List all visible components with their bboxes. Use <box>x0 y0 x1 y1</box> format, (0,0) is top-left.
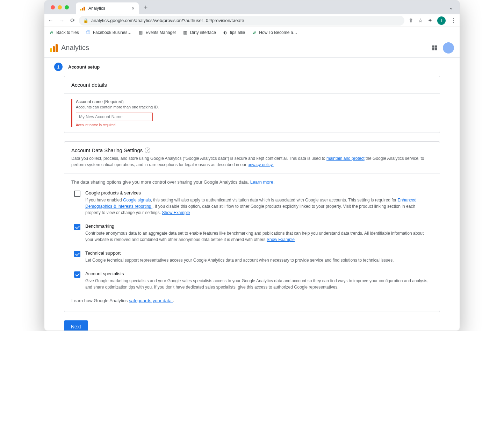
help-icon[interactable]: ? <box>145 148 150 153</box>
tab-bar: Analytics × + ⌄ <box>44 0 460 14</box>
tabs-dropdown-icon[interactable]: ⌄ <box>446 4 456 11</box>
option-account-specialists: Account specialists Give Google marketin… <box>71 271 433 290</box>
show-example-link[interactable]: Show Example <box>162 210 190 215</box>
option-description: Give Google marketing specialists and yo… <box>85 278 430 290</box>
url-field[interactable]: 🔒 analytics.google.com/analytics/web/pro… <box>79 16 404 26</box>
new-tab-button[interactable]: + <box>141 2 151 12</box>
back-icon[interactable]: ← <box>48 17 53 24</box>
privacy-policy-link[interactable]: privacy policy. <box>247 162 273 167</box>
option-description: If you have enabled Google signals, this… <box>85 197 430 216</box>
window-maximize[interactable] <box>65 5 69 9</box>
url-text: analytics.google.com/analytics/web/provi… <box>91 18 244 23</box>
bookmark-icon[interactable]: ☆ <box>418 17 423 24</box>
header-right <box>432 42 454 54</box>
option-google-products: Google products & services If you have e… <box>71 190 433 216</box>
menu-icon[interactable]: ⋮ <box>451 17 456 24</box>
google-signals-link[interactable]: Google signals <box>123 198 151 203</box>
app-name: Analytics <box>61 44 89 52</box>
app-header: Analytics <box>44 38 460 58</box>
show-example-link[interactable]: Show Example <box>267 237 295 242</box>
toolbar-right: ⇧ ☆ ✦ T ⋮ <box>409 16 456 25</box>
section-description: Data you collect, process, and store usi… <box>71 155 433 168</box>
bookmark-item[interactable]: wHow To Become a… <box>251 30 297 35</box>
option-title: Benchmarking <box>85 223 430 229</box>
learn-more-link[interactable]: Learn more. <box>250 179 275 185</box>
option-title: Google products & services <box>85 190 430 196</box>
nav-buttons: ← → ⟳ <box>48 17 75 24</box>
option-description: Let Google technical support representat… <box>85 257 430 263</box>
address-bar: ← → ⟳ 🔒 analytics.google.com/analytics/w… <box>44 14 460 27</box>
checkbox-tech-support[interactable] <box>74 251 80 257</box>
forward-icon[interactable]: → <box>59 17 65 24</box>
account-name-input[interactable] <box>76 113 153 121</box>
field-error: Account name is required. <box>76 123 433 127</box>
bookmark-item[interactable]: ◐tips allie <box>222 30 245 35</box>
traffic-lights <box>48 5 72 9</box>
data-sharing-card: Account Data Sharing Settings ? Data you… <box>64 141 440 312</box>
bookmark-item[interactable]: ⓕFacebook Busines… <box>85 30 132 35</box>
bookmarks-bar: wBack to files ⓕFacebook Busines… ▦Event… <box>44 27 460 38</box>
main-content: 1 Account setup Account details Account … <box>44 58 460 331</box>
browser-chrome: Analytics × + ⌄ ← → ⟳ 🔒 analytics.google… <box>44 0 460 38</box>
account-details-card: Account details Account name (Required) … <box>64 76 440 133</box>
step-number: 1 <box>54 63 63 71</box>
next-button[interactable]: Next <box>64 320 88 331</box>
option-title: Account specialists <box>85 271 430 276</box>
maintain-link[interactable]: maintain and protect <box>326 156 365 161</box>
tab-title: Analytics <box>88 6 105 11</box>
step-header: 1 Account setup <box>44 58 460 76</box>
browser-window: Analytics × + ⌄ ← → ⟳ 🔒 analytics.google… <box>44 0 460 331</box>
section-title: Account Data Sharing Settings ? <box>71 147 433 153</box>
checkbox-products[interactable] <box>74 191 80 197</box>
analytics-icon <box>50 44 58 52</box>
option-technical-support: Technical support Let Google technical s… <box>71 250 433 263</box>
option-benchmarking: Benchmarking Contribute anonymous data t… <box>71 223 433 243</box>
bookmark-item[interactable]: ▦Events Manager <box>138 30 176 35</box>
card-title: Account details <box>64 76 440 94</box>
safeguards-link[interactable]: safeguards your data <box>129 298 173 303</box>
step-title: Account setup <box>68 64 100 70</box>
browser-tab[interactable]: Analytics × <box>76 2 139 14</box>
extensions-icon[interactable]: ✦ <box>428 17 432 24</box>
user-avatar[interactable] <box>443 42 454 54</box>
share-icon[interactable]: ⇧ <box>409 17 413 24</box>
lock-icon: 🔒 <box>83 18 88 23</box>
field-label: Account name (Required) <box>76 99 433 104</box>
bookmark-item[interactable]: wBack to files <box>49 30 79 35</box>
field-help: Accounts can contain more than one track… <box>76 105 433 109</box>
checkbox-benchmarking[interactable] <box>74 224 80 230</box>
window-close[interactable] <box>51 5 55 9</box>
account-name-field: Account name (Required) Accounts can con… <box>71 99 433 127</box>
close-tab-icon[interactable]: × <box>132 6 135 11</box>
checkbox-specialists[interactable] <box>74 271 80 278</box>
profile-avatar[interactable]: T <box>437 16 446 25</box>
reload-icon[interactable]: ⟳ <box>70 17 75 24</box>
analytics-logo[interactable]: Analytics <box>50 44 89 52</box>
window-minimize[interactable] <box>58 5 62 9</box>
safeguard-text: Learn how Google Analytics safeguards yo… <box>71 298 433 306</box>
option-description: Contribute anonymous data to an aggregat… <box>85 230 430 243</box>
option-title: Technical support <box>85 250 430 256</box>
analytics-favicon <box>80 6 86 11</box>
apps-icon[interactable] <box>432 45 437 50</box>
bookmark-item[interactable]: ▥Dirty interface <box>182 30 216 35</box>
options-intro: The data sharing options give you more c… <box>71 179 433 185</box>
